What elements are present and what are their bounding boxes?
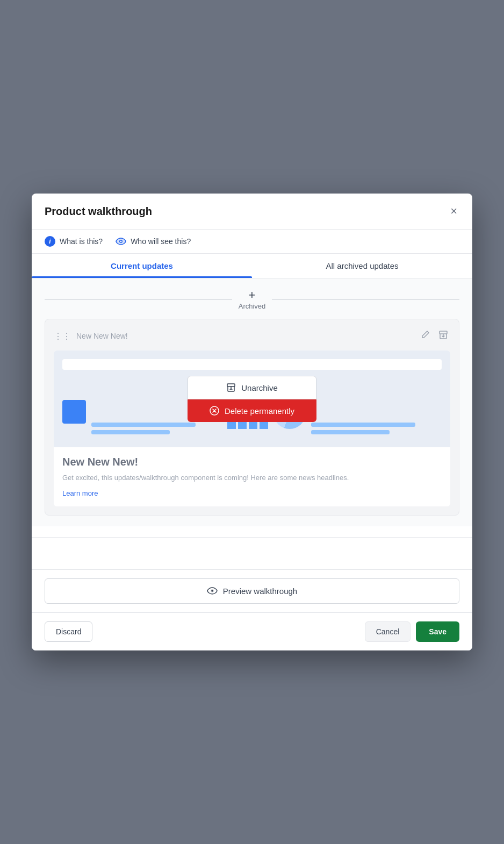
archive-label-wrap: + Archived xyxy=(239,289,266,310)
tab-current-updates[interactable]: Current updates xyxy=(32,254,252,278)
tabs-bar: Current updates All archived updates xyxy=(32,254,472,278)
preview-section: Preview walkthrough xyxy=(32,569,472,612)
info-icon: i xyxy=(45,236,55,247)
delete-permanently-button[interactable]: Delete permanently xyxy=(188,399,316,422)
archive-divider: + Archived xyxy=(45,289,459,310)
what-is-this-label: What is this? xyxy=(60,237,103,246)
archive-plus: + xyxy=(249,289,256,301)
modal-body: + Archived ⋮⋮ New New New! xyxy=(32,278,472,526)
spacer-section xyxy=(32,537,472,569)
close-button[interactable]: × xyxy=(448,203,459,219)
drag-handle-icon[interactable]: ⋮⋮ xyxy=(54,331,71,341)
svg-point-1 xyxy=(120,241,122,242)
card-header: ⋮⋮ New New New! xyxy=(54,328,450,344)
divider-line-right xyxy=(272,299,459,300)
preview-line-2 xyxy=(91,430,170,434)
eye-icon xyxy=(116,236,126,247)
product-walkthrough-modal: Product walkthrough × i What is this? Wh… xyxy=(32,194,472,650)
delete-label: Delete permanently xyxy=(225,406,294,416)
edit-button[interactable] xyxy=(418,328,432,344)
preview-line-1 xyxy=(91,423,196,427)
overlay-buttons: Unarchive Delete permanently xyxy=(188,376,316,422)
svg-rect-2 xyxy=(440,331,447,334)
update-card: ⋮⋮ New New New! xyxy=(45,319,459,516)
card-body-desc: Get excited, this updates/walkthrough co… xyxy=(62,473,442,484)
save-button[interactable]: Save xyxy=(416,621,459,642)
tab-archived-updates[interactable]: All archived updates xyxy=(252,254,472,278)
cancel-button[interactable]: Cancel xyxy=(365,621,411,642)
svg-point-6 xyxy=(211,590,213,592)
who-will-see-label: Who will see this? xyxy=(131,237,191,246)
divider-line-left xyxy=(45,299,232,300)
learn-more-link[interactable]: Learn more xyxy=(62,489,98,497)
modal-footer: Discard Cancel Save xyxy=(32,612,472,650)
modal-title: Product walkthrough xyxy=(45,205,152,218)
info-bar: i What is this? Who will see this? xyxy=(32,230,472,254)
preview-lines xyxy=(91,423,222,434)
discard-button[interactable]: Discard xyxy=(45,621,92,642)
preview-lines-right xyxy=(311,423,442,434)
preview-header-bar xyxy=(62,359,442,370)
unarchive-button[interactable]: Unarchive xyxy=(188,376,316,399)
card-body-title: New New New! xyxy=(62,456,442,468)
edit-icon xyxy=(420,330,430,340)
modal-header: Product walkthrough × xyxy=(32,194,472,230)
archive-text: Archived xyxy=(239,302,266,310)
archive-button[interactable] xyxy=(436,328,450,344)
preview-walkthrough-button[interactable]: Preview walkthrough xyxy=(45,578,459,604)
card-body: New New New! Get excited, this updates/w… xyxy=(54,447,450,506)
unarchive-icon xyxy=(226,383,236,392)
preview-line-3 xyxy=(311,423,415,427)
preview-blue-square xyxy=(62,400,86,424)
card-content: Unarchive Delete permanently New N xyxy=(54,351,450,506)
card-title: New New New! xyxy=(76,332,418,340)
preview-eye-icon xyxy=(207,587,218,595)
footer-right-actions: Cancel Save xyxy=(365,621,459,642)
preview-line-4 xyxy=(311,430,390,434)
preview-walkthrough-label: Preview walkthrough xyxy=(223,586,297,596)
card-preview: Unarchive Delete permanently xyxy=(54,351,450,447)
unarchive-label: Unarchive xyxy=(241,383,278,392)
who-will-see-item[interactable]: Who will see this? xyxy=(116,236,191,247)
what-is-this-item[interactable]: i What is this? xyxy=(45,236,103,247)
archive-icon xyxy=(438,330,448,340)
card-actions xyxy=(418,328,450,344)
delete-icon xyxy=(210,406,219,416)
